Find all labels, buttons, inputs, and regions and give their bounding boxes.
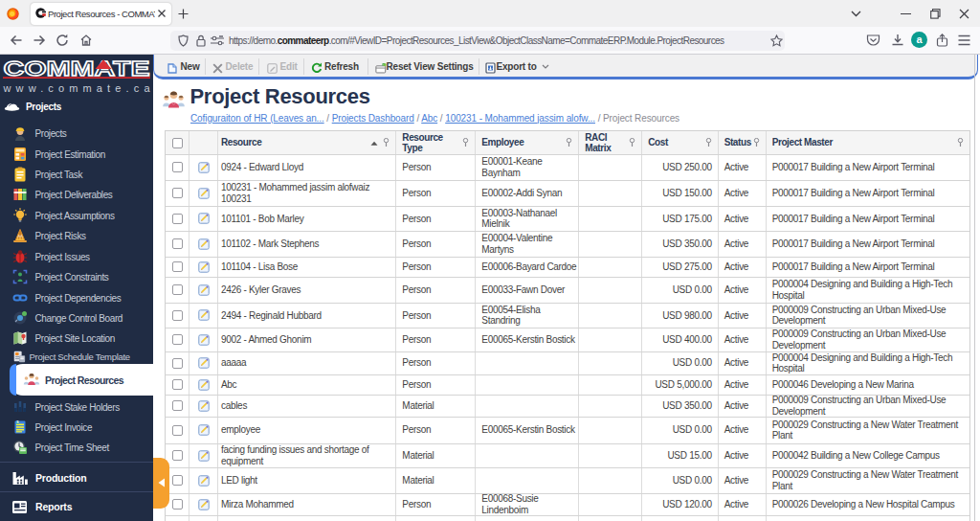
svg-text:www.commate.ca: www.commate.ca (3, 82, 151, 94)
svg-text:COMMATE: COMMATE (4, 57, 150, 80)
